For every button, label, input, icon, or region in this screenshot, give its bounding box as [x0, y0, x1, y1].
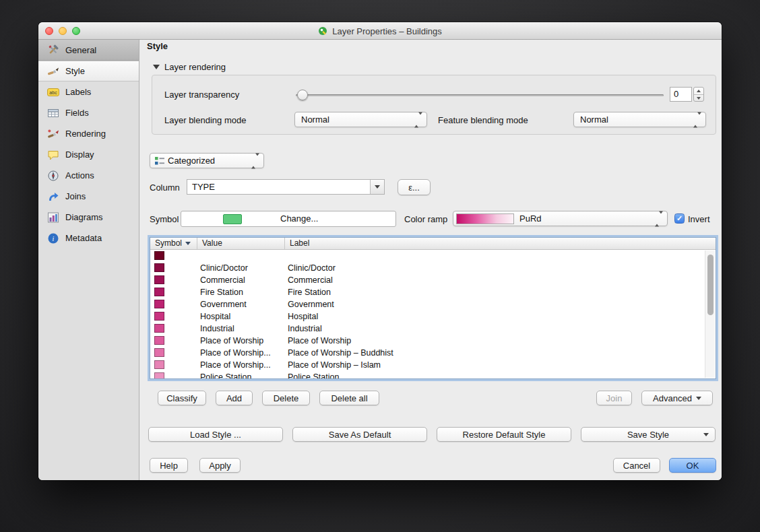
category-swatch[interactable] — [154, 275, 164, 284]
category-label: Police Station — [288, 371, 339, 379]
category-swatch[interactable] — [154, 360, 164, 369]
category-row[interactable]: Police Station Police Station — [150, 371, 716, 379]
category-swatch[interactable] — [154, 324, 164, 333]
category-row[interactable]: Place of Worship... Place of Worship – B… — [150, 347, 716, 359]
expression-builder-button[interactable]: ε... — [398, 179, 431, 195]
chevron-down-icon — [703, 433, 709, 436]
column-value: TYPE — [192, 180, 215, 194]
feature-blending-value: Normal — [580, 112, 608, 127]
sidebar-item-label: General — [65, 45, 96, 55]
scrollbar-thumb[interactable] — [707, 255, 714, 315]
header-symbol[interactable]: Symbol — [150, 238, 197, 249]
category-row[interactable]: Hospital Hospital — [150, 310, 716, 323]
category-row[interactable]: Place of Worship Place of Worship — [150, 335, 716, 347]
category-value: Commercial — [200, 274, 245, 286]
category-swatch[interactable] — [154, 312, 164, 321]
category-label: Place of Worship – Islam — [288, 359, 381, 371]
sidebar-item-style[interactable]: Style — [38, 61, 139, 81]
slider-track[interactable] — [296, 94, 664, 96]
sidebar-item-fields[interactable]: Fields — [38, 102, 139, 123]
category-row[interactable] — [150, 250, 716, 262]
category-row[interactable]: Clinic/Doctor Clinic/Doctor — [150, 262, 716, 274]
svg-text:abc: abc — [49, 90, 57, 95]
info-icon: i — [47, 232, 59, 244]
category-row[interactable]: Government Government — [150, 298, 716, 310]
category-row[interactable]: Industrial Industrial — [150, 323, 716, 335]
header-value[interactable]: Value — [197, 238, 285, 249]
classify-label: Classify — [166, 393, 197, 403]
cancel-button[interactable]: Cancel — [613, 458, 660, 473]
header-symbol-label: Symbol — [155, 238, 182, 249]
save-style-button[interactable]: Save Style — [581, 427, 716, 442]
transparency-slider[interactable] — [296, 87, 664, 103]
color-ramp-dropdown[interactable]: PuRd — [453, 211, 668, 226]
join-button[interactable]: Join — [596, 391, 632, 405]
column-combobox[interactable]: TYPE — [187, 179, 385, 195]
save-style-label: Save Style — [627, 430, 669, 440]
layer-properties-window: Layer Properties – Buildings General Sty… — [38, 22, 722, 480]
categories-table[interactable]: Symbol Value Label Clinic/Doctor Clinic/… — [150, 237, 716, 379]
sidebar-item-actions[interactable]: Actions — [38, 165, 139, 186]
advanced-label: Advanced — [653, 393, 692, 403]
sidebar-item-display[interactable]: Display — [38, 144, 139, 165]
category-row[interactable]: Commercial Commercial — [150, 274, 716, 286]
sidebar-item-rendering[interactable]: Rendering — [38, 123, 139, 144]
category-swatch[interactable] — [154, 372, 164, 379]
sidebar-item-label: Display — [65, 149, 94, 160]
sidebar-item-joins[interactable]: Joins — [38, 186, 139, 207]
category-label: Government — [288, 298, 334, 310]
header-label[interactable]: Label — [285, 238, 716, 249]
vertical-scrollbar[interactable] — [705, 251, 715, 378]
category-swatch[interactable] — [154, 251, 164, 260]
restore-default-style-button[interactable]: Restore Default Style — [437, 427, 571, 442]
category-swatch[interactable] — [154, 300, 164, 308]
slider-thumb[interactable] — [297, 90, 308, 100]
category-swatch[interactable] — [154, 336, 164, 345]
classify-button[interactable]: Classify — [158, 391, 206, 405]
transparency-stepper[interactable] — [693, 87, 704, 102]
help-button[interactable]: Help — [150, 458, 188, 473]
titlebar[interactable]: Layer Properties – Buildings — [38, 22, 722, 40]
style-page: Style Layer rendering Layer transparency… — [139, 40, 722, 480]
sidebar-item-labels[interactable]: abc Labels — [38, 81, 139, 102]
stepper-up-button[interactable] — [694, 88, 703, 94]
category-label: Clinic/Doctor — [288, 262, 336, 274]
load-style-label: Load Style ... — [190, 430, 241, 440]
advanced-button[interactable]: Advanced — [641, 391, 713, 405]
category-swatch[interactable] — [154, 288, 164, 296]
sidebar-item-diagrams[interactable]: Diagrams — [38, 207, 139, 228]
layer-blending-dropdown[interactable]: Normal — [294, 112, 427, 127]
chevron-down-icon — [696, 397, 701, 400]
bar-chart-icon — [47, 211, 59, 224]
column-label: Column — [150, 182, 180, 193]
feature-blending-dropdown[interactable]: Normal — [573, 112, 706, 127]
qgis-logo-icon — [318, 26, 328, 36]
layer-rendering-disclosure[interactable]: Layer rendering — [153, 62, 226, 72]
category-value: Place of Worship... — [200, 359, 271, 371]
stepper-down-button[interactable] — [694, 95, 703, 102]
sidebar-item-metadata[interactable]: i Metadata — [38, 228, 139, 248]
feature-blending-label: Feature blending mode — [438, 115, 528, 125]
renderer-dropdown[interactable]: Categorized — [150, 153, 264, 168]
delete-all-button[interactable]: Delete all — [319, 391, 379, 405]
symbol-swatch — [223, 214, 242, 224]
invert-checkbox[interactable] — [674, 213, 685, 224]
header-label-label: Label — [290, 238, 309, 249]
category-row[interactable]: Fire Station Fire Station — [150, 286, 716, 298]
table-header: Symbol Value Label — [150, 238, 716, 250]
category-swatch[interactable] — [154, 348, 164, 357]
load-style-button[interactable]: Load Style ... — [148, 427, 283, 442]
ok-button[interactable]: OK — [669, 458, 716, 473]
transparency-value-input[interactable]: 0 — [670, 87, 692, 102]
sidebar: General Style abc Labels Fields — [38, 40, 139, 480]
category-row[interactable]: Place of Worship... Place of Worship – I… — [150, 359, 716, 371]
delete-button[interactable]: Delete — [262, 391, 310, 405]
apply-button[interactable]: Apply — [199, 458, 241, 473]
save-as-default-button[interactable]: Save As Default — [292, 427, 427, 442]
add-button[interactable]: Add — [216, 391, 253, 405]
chevron-updown-icon — [693, 114, 701, 125]
sidebar-item-general[interactable]: General — [38, 40, 139, 61]
combo-dropdown-button[interactable] — [370, 180, 384, 194]
category-swatch[interactable] — [154, 263, 164, 272]
symbol-change-button[interactable]: Change... — [181, 211, 396, 227]
